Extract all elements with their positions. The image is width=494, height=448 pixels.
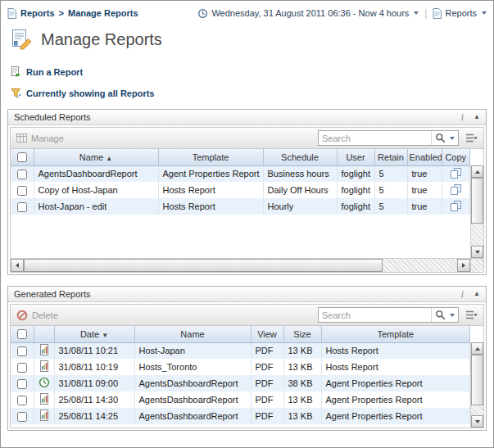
scheduled-table-zone: Name▲ Template Schedule User Retain Enab… bbox=[11, 149, 483, 258]
name-cell: Host-Japan - edit bbox=[34, 198, 158, 215]
template-cell: Hosts Report bbox=[158, 198, 263, 215]
scheduled-reports-panel: Scheduled Reports i ▲ Manage bbox=[7, 109, 487, 275]
table-row[interactable]: 31/08/11 09:00 AgentsDashboardReport PDF… bbox=[11, 375, 470, 391]
breadcrumb-separator: > bbox=[59, 8, 64, 18]
scrollbar-track[interactable] bbox=[383, 259, 457, 272]
column-header-copy[interactable]: Copy bbox=[442, 149, 470, 165]
scrollbar-thumb[interactable] bbox=[471, 178, 483, 224]
view-cell[interactable]: PDF bbox=[251, 408, 283, 424]
date-cell: 31/08/11 10:19 bbox=[54, 359, 134, 375]
view-cell[interactable]: PDF bbox=[251, 391, 283, 408]
view-cell[interactable]: PDF bbox=[251, 359, 283, 375]
column-header-schedule[interactable]: Schedule bbox=[263, 149, 337, 165]
column-header-date[interactable]: Date▼ bbox=[54, 326, 134, 342]
schedule-cell: Business hours bbox=[263, 165, 337, 182]
report-file-icon bbox=[39, 410, 50, 421]
scroll-left-button[interactable] bbox=[11, 259, 24, 272]
manage-button[interactable]: Manage bbox=[16, 133, 64, 143]
view-cell[interactable]: PDF bbox=[251, 342, 283, 359]
column-header-view[interactable]: View bbox=[251, 326, 283, 342]
page-title-row: Manage Reports bbox=[1, 25, 493, 55]
template-cell: Hosts Report bbox=[321, 342, 470, 359]
time-range-label: Wednesday, 31 August 2011 06:36 - Now 4 … bbox=[211, 8, 409, 18]
run-report-link[interactable]: Run a Report bbox=[11, 66, 83, 77]
enabled-cell: true bbox=[407, 198, 442, 215]
scroll-down-button[interactable] bbox=[471, 246, 483, 258]
enabled-cell: true bbox=[407, 182, 442, 198]
row-checkbox[interactable] bbox=[17, 202, 27, 212]
breadcrumb-reports-link[interactable]: Reports bbox=[20, 8, 55, 18]
table-row[interactable]: AgentsDashboardReport Agent Properties R… bbox=[11, 165, 470, 182]
column-header-user[interactable]: User bbox=[337, 149, 374, 165]
topbar-divider: | bbox=[424, 7, 427, 19]
scroll-down-button[interactable] bbox=[471, 415, 483, 428]
reports-menu-icon bbox=[433, 8, 442, 19]
search-input[interactable] bbox=[319, 309, 431, 321]
name-cell: AgentsDashboardReport bbox=[134, 375, 251, 391]
column-header-template[interactable]: Template bbox=[321, 326, 470, 342]
schedule-cell: Hourly bbox=[263, 198, 337, 215]
size-cell: 13 KB bbox=[283, 391, 321, 408]
breadcrumb-current: Manage Reports bbox=[68, 8, 138, 18]
table-empty-area bbox=[11, 424, 470, 428]
delete-button[interactable]: Delete bbox=[16, 310, 58, 321]
vertical-scrollbar[interactable] bbox=[470, 165, 483, 258]
scrollbar-thumb[interactable] bbox=[471, 355, 483, 405]
table-empty-area bbox=[11, 215, 470, 258]
search-menu[interactable] bbox=[431, 308, 458, 322]
template-cell: Agent Properties Report bbox=[321, 375, 470, 391]
row-checkbox[interactable] bbox=[17, 170, 27, 179]
info-icon[interactable]: i bbox=[461, 111, 464, 124]
scrollbar-track[interactable] bbox=[471, 405, 483, 415]
row-checkbox[interactable] bbox=[17, 396, 27, 405]
search-input[interactable] bbox=[319, 132, 431, 144]
time-range-icon bbox=[197, 8, 208, 19]
select-all-checkbox[interactable] bbox=[17, 329, 27, 339]
column-header-size[interactable]: Size bbox=[283, 326, 321, 342]
grid-options-icon[interactable] bbox=[465, 310, 478, 320]
view-cell[interactable]: PDF bbox=[251, 375, 283, 391]
generated-table-area: Date▼ Name View Size Template bbox=[11, 326, 470, 428]
scroll-right-button[interactable] bbox=[457, 259, 470, 272]
collapse-icon[interactable]: ▲ bbox=[474, 291, 480, 297]
table-row[interactable]: Copy of Host-Japan Hosts Report Daily Of… bbox=[11, 182, 470, 198]
date-cell: 31/08/11 10:21 bbox=[54, 342, 134, 359]
scroll-up-button[interactable] bbox=[471, 342, 483, 355]
search-menu[interactable] bbox=[431, 131, 458, 145]
copy-icon[interactable] bbox=[450, 183, 462, 196]
row-checkbox[interactable] bbox=[17, 379, 27, 389]
grid-options-icon[interactable] bbox=[465, 133, 478, 143]
row-checkbox[interactable] bbox=[17, 363, 27, 373]
retain-cell: 5 bbox=[374, 198, 407, 215]
column-header-name[interactable]: Name▲ bbox=[34, 149, 158, 165]
row-checkbox[interactable] bbox=[17, 412, 27, 422]
row-checkbox[interactable] bbox=[17, 346, 27, 356]
table-row[interactable]: 25/08/11 14:30 AgentsDashboardReport PDF… bbox=[11, 391, 470, 408]
copy-icon[interactable] bbox=[450, 200, 462, 212]
reports-menu[interactable]: Reports bbox=[433, 8, 487, 19]
report-file-icon bbox=[39, 393, 50, 405]
column-header-enabled[interactable]: Enabled bbox=[407, 149, 442, 165]
template-cell: Agent Properties Report bbox=[321, 408, 470, 424]
column-header-retain[interactable]: Retain bbox=[374, 149, 407, 165]
size-cell: 13 KB bbox=[283, 359, 321, 375]
time-range-control[interactable]: Wednesday, 31 August 2011 06:36 - Now 4 … bbox=[197, 8, 419, 19]
row-checkbox[interactable] bbox=[17, 186, 27, 196]
column-header-name[interactable]: Name bbox=[134, 326, 251, 342]
info-icon[interactable]: i bbox=[461, 288, 464, 301]
scrollbar-track[interactable] bbox=[471, 224, 483, 246]
table-row[interactable]: 31/08/11 10:21 Host-Japan PDF 13 KB Host… bbox=[11, 342, 470, 359]
copy-icon[interactable] bbox=[450, 167, 462, 179]
vertical-scrollbar[interactable] bbox=[470, 342, 483, 428]
select-all-checkbox[interactable] bbox=[17, 152, 27, 162]
collapse-icon[interactable]: ▲ bbox=[474, 114, 480, 120]
scrollbar-thumb[interactable] bbox=[24, 259, 383, 272]
table-row[interactable]: Host-Japan - edit Hosts Report Hourly fo… bbox=[11, 198, 470, 215]
scroll-up-button[interactable] bbox=[471, 165, 483, 178]
table-row[interactable]: 25/08/11 14:25 AgentsDashboardReport PDF… bbox=[11, 408, 470, 424]
column-header-template[interactable]: Template bbox=[158, 149, 263, 165]
horizontal-scrollbar[interactable] bbox=[11, 259, 470, 272]
manage-icon bbox=[16, 133, 27, 143]
top-bar: Reports > Manage Reports Wednesday, 31 A… bbox=[1, 1, 493, 25]
table-row[interactable]: 31/08/11 10:19 Hosts_Toronto PDF 13 KB H… bbox=[11, 359, 470, 375]
